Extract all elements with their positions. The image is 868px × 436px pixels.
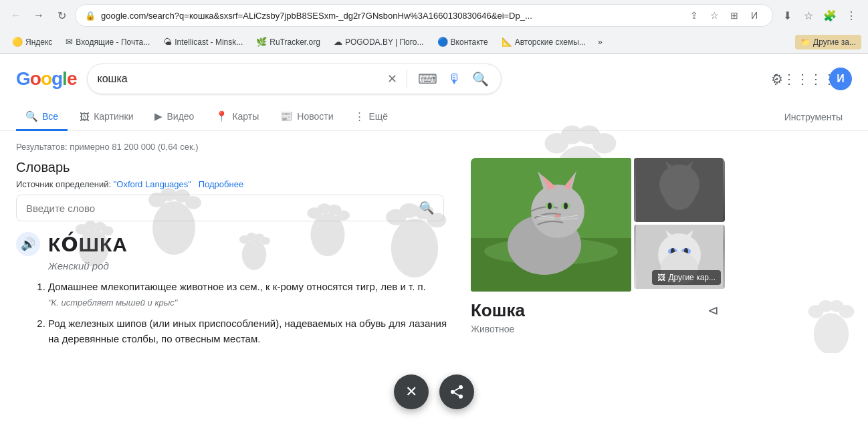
knowledge-share-button[interactable]: ⊲ — [701, 298, 725, 322]
svg-point-61 — [663, 170, 696, 210]
bookmark-pogoda[interactable]: ☁ POGODA.BY | Пого... — [328, 34, 429, 49]
tools-label: Инструменты — [784, 112, 843, 122]
google-page: Google ✕ ⌨ 🎙 🔍 ⚙ ⋮⋮⋮⋮⋮⋮ И 🔍 Все 🖼 Картин — [0, 54, 868, 360]
tab-all[interactable]: 🔍 Все — [16, 104, 68, 131]
results-count: Результатов: примерно 81 200 000 (0,64 с… — [16, 138, 457, 160]
search-submit-button[interactable]: 🔍 — [469, 68, 492, 90]
cat-image-top[interactable] — [634, 158, 725, 222]
cat-images: 🖼 Другие кар... — [471, 158, 725, 292]
chrome-menu-button[interactable]: ⋮ — [841, 5, 861, 25]
header-right: ⚙ ⋮⋮⋮⋮⋮⋮ И — [765, 67, 852, 91]
bookmark-vkontakte[interactable]: 🔵 Вконтакте — [432, 34, 494, 49]
bookmarks-more-button[interactable]: » — [594, 35, 607, 49]
definition-1: Домашнее млекопитающее животное из сем.,… — [48, 280, 457, 310]
video-icon: ▶ — [154, 110, 162, 122]
vk-icon: 🔵 — [437, 37, 448, 47]
chrome-lens-button[interactable]: ⊞ — [726, 7, 743, 24]
back-button[interactable]: ← — [7, 6, 25, 25]
bookmarks-right: 📁 Другие за... — [795, 35, 861, 49]
bookmarks-bar: 🟡 Яндекс ✉ Входящие - Почта... 🌤 Intelli… — [0, 31, 868, 53]
rutracker-icon: 🌿 — [256, 37, 267, 47]
sound-button[interactable]: 🔊 — [16, 232, 40, 256]
search-tabs: 🔍 Все 🖼 Картинки ▶ Видео 📍 Карты 📰 Новос… — [0, 104, 868, 131]
bookmark-pogoda-label: POGODA.BY | Пого... — [345, 37, 424, 47]
dictionary-search-icon: 🔍 — [419, 201, 434, 215]
other-bookmarks-label: Другие за... — [813, 37, 856, 47]
bookmark-avtorskie[interactable]: 📐 Авторские схемы... — [496, 34, 591, 49]
dictionary-source: Источник определений: "Oxford Languages"… — [16, 179, 457, 189]
news-icon: 📰 — [280, 110, 293, 122]
extensions-button[interactable]: 🧩 — [820, 5, 840, 25]
url-text: google.com/search?q=кошка&sxsrf=ALiCzsby… — [101, 11, 680, 21]
folder-icon: 📁 — [800, 37, 810, 47]
browser-chrome: ← → ↻ 🔒 google.com/search?q=кошка&sxsrf=… — [0, 0, 868, 54]
dictionary-card: Словарь Источник определений: "Oxford La… — [16, 160, 457, 346]
yandex-icon: 🟡 — [12, 37, 23, 47]
cat-image-bottom[interactable]: 🖼 Другие кар... — [634, 225, 725, 289]
bookmark-yandex[interactable]: 🟡 Яндекс — [7, 34, 58, 49]
other-bookmarks-button[interactable]: 📁 Другие за... — [795, 35, 861, 49]
apps-button[interactable]: ⋮⋮⋮⋮⋮⋮ — [797, 67, 821, 91]
star-button[interactable]: ☆ — [798, 5, 819, 25]
google-header: Google ✕ ⌨ 🎙 🔍 ⚙ ⋮⋮⋮⋮⋮⋮ И — [0, 54, 868, 104]
tab-news-label: Новости — [297, 111, 333, 122]
tab-images[interactable]: 🖼 Картинки — [70, 104, 142, 131]
dictionary-section-title: Словарь — [16, 160, 457, 175]
results-main: Результатов: примерно 81 200 000 (0,64 с… — [16, 138, 457, 353]
tab-video-label: Видео — [167, 111, 194, 122]
tab-news[interactable]: 📰 Новости — [271, 104, 342, 131]
oxford-link[interactable]: "Oxford Languages" — [114, 179, 191, 189]
logo-e: e — [67, 68, 77, 89]
all-icon: 🔍 — [25, 110, 38, 122]
intellicast-icon: 🌤 — [163, 37, 172, 47]
clear-search-button[interactable]: ✕ — [386, 70, 399, 88]
search-divider — [407, 70, 407, 88]
tools-button[interactable]: Инструменты — [775, 105, 852, 129]
bookmark-avtorskie-label: Авторские схемы... — [515, 37, 586, 47]
bookmark-intellicast[interactable]: 🌤 Intellicast - Minsk... — [158, 34, 248, 49]
reload-button[interactable]: ↻ — [52, 6, 71, 25]
svg-point-47 — [564, 203, 568, 209]
knowledge-panel-content: 🖼 Другие кар... Кошка ⊲ Животное — [471, 158, 725, 334]
avtorskie-icon: 📐 — [502, 37, 512, 47]
google-logo[interactable]: Google — [16, 68, 76, 90]
knowledge-title-row: Кошка ⊲ — [471, 298, 725, 322]
definition-2: Род железных шипов (или иных приспособле… — [48, 316, 457, 346]
toolbar-icons: ⬇ ☆ 🧩 ⋮ — [777, 5, 861, 25]
logo-g: G — [16, 68, 30, 89]
bookmark-button[interactable]: ☆ — [706, 7, 723, 24]
tab-video[interactable]: ▶ Видео — [145, 104, 203, 131]
dark-cat-illustration — [634, 158, 725, 222]
lock-icon: 🔒 — [85, 11, 96, 21]
address-bar[interactable]: 🔒 google.com/search?q=кошка&sxsrf=ALiCzs… — [75, 4, 773, 27]
knowledge-subtitle: Животное — [471, 324, 725, 334]
images-icon-small: 🖼 — [657, 273, 665, 282]
tab-images-label: Картинки — [94, 111, 133, 122]
forward-button[interactable]: → — [29, 6, 48, 25]
more-images-button[interactable]: 🖼 Другие кар... — [652, 270, 721, 285]
tab-maps[interactable]: 📍 Карты — [206, 104, 268, 131]
search-input[interactable] — [97, 73, 381, 85]
bookmark-rutracker[interactable]: 🌿 RuTracker.org — [251, 34, 326, 49]
share-page-button[interactable]: ⇪ — [685, 7, 703, 24]
voice-search-button[interactable]: 🎙 — [445, 69, 464, 90]
svg-point-39 — [531, 185, 584, 238]
more-link[interactable]: Подробнее — [199, 179, 243, 189]
profile-button[interactable]: И — [746, 7, 763, 24]
bookmark-intellicast-label: Intellicast - Minsk... — [175, 37, 243, 47]
user-avatar[interactable]: И — [829, 68, 852, 90]
cat-main-image[interactable] — [471, 158, 631, 292]
svg-point-45 — [548, 203, 552, 209]
logo-g2: g — [51, 68, 62, 89]
keyboard-icon[interactable]: ⌨ — [415, 68, 440, 90]
tab-more[interactable]: ⋮ Ещё — [345, 104, 397, 131]
mail-icon: ✉ — [66, 37, 73, 47]
downloads-button[interactable]: ⬇ — [777, 5, 797, 25]
bookmark-mail[interactable]: ✉ Входящие - Почта... — [60, 34, 155, 49]
definition-1-example: "К. истребляет мышей и крыс" — [48, 298, 177, 308]
dictionary-definitions: Домашнее млекопитающее животное из сем.,… — [16, 280, 457, 346]
dictionary-search-input[interactable] — [26, 203, 419, 214]
cat-side-images: 🖼 Другие кар... — [634, 158, 725, 292]
browser-navigation: ← → ↻ 🔒 google.com/search?q=кошка&sxsrf=… — [0, 0, 868, 31]
tab-all-label: Все — [42, 111, 58, 122]
